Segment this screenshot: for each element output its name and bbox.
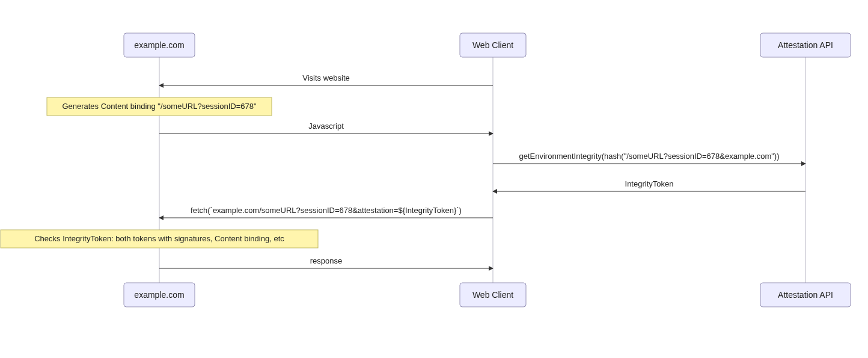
message-label: response (310, 256, 342, 265)
participant-label-example: example.com (134, 40, 184, 50)
participant-label-client: Web Client (472, 40, 513, 50)
message-label: Javascript (308, 122, 344, 131)
message-label: getEnvironmentIntegrity(hash("/someURL?s… (519, 152, 779, 161)
participant-label-attest: Attestation API (778, 40, 833, 50)
message-label: Visits website (302, 73, 350, 82)
message-label: IntegrityToken (625, 179, 674, 188)
message-label: fetch(`example.com/someURL?sessionID=678… (191, 206, 462, 215)
note-label: Generates Content binding "/someURL?sess… (62, 102, 257, 111)
participant-label-example: example.com (134, 290, 184, 300)
participant-label-client: Web Client (472, 290, 513, 300)
sequence-diagram: example.comWeb ClientAttestation APIexam… (0, 0, 868, 358)
participant-label-attest: Attestation API (778, 290, 833, 300)
note-label: Checks IntegrityToken: both tokens with … (34, 234, 284, 243)
